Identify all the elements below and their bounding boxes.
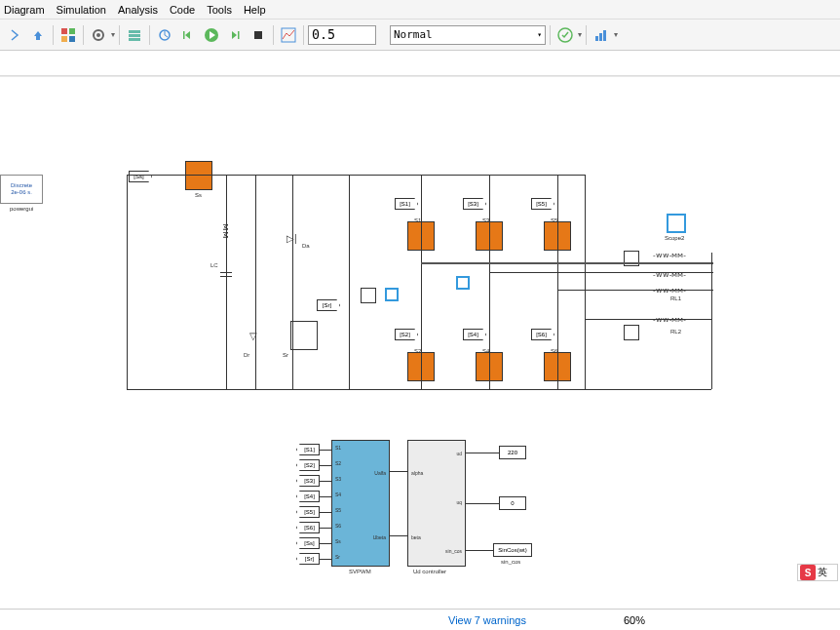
library-browser-button[interactable] xyxy=(57,24,79,46)
goto-s5-tag[interactable]: [S5] xyxy=(296,506,320,518)
ud-controller-block[interactable]: alpha beta ud uq sin_cos xyxy=(407,440,466,567)
goto-s6-tag[interactable]: [S6] xyxy=(296,522,320,533)
menu-tools[interactable]: Tools xyxy=(207,4,232,16)
rl2-label: RL2 xyxy=(670,329,681,335)
from-s3-tag[interactable]: [S3] xyxy=(463,198,486,210)
svg-rect-0 xyxy=(61,28,67,34)
goto-s3-tag[interactable]: [S3] xyxy=(296,475,320,487)
im-scope-block[interactable] xyxy=(456,276,470,290)
from-s2-tag[interactable]: [S2] xyxy=(395,329,418,340)
powergui-label: powergui xyxy=(10,206,33,212)
uq-const-block[interactable]: 0 xyxy=(499,496,526,510)
step-back-button[interactable] xyxy=(177,24,199,46)
status-bar: View 7 warnings 60% xyxy=(0,609,840,630)
lc-label: LC xyxy=(210,262,218,268)
fast-restart-button[interactable] xyxy=(154,24,175,46)
from-ss-tag[interactable]: [Ss] xyxy=(129,171,152,182)
igbt-ss-block[interactable] xyxy=(185,161,212,190)
svg-rect-18 xyxy=(603,30,606,41)
sogou-icon: S xyxy=(800,565,816,580)
svg-rect-12 xyxy=(238,31,240,39)
menu-simulation[interactable]: Simulation xyxy=(57,4,106,16)
svg-rect-17 xyxy=(599,33,602,41)
svg-rect-6 xyxy=(129,30,140,33)
build-button[interactable] xyxy=(591,24,612,46)
svpwm-label: SVPWM xyxy=(349,569,371,574)
vm-scope-block[interactable] xyxy=(385,288,399,301)
rl1-label: RL1 xyxy=(670,295,681,301)
menu-diagram[interactable]: Diagram xyxy=(4,4,45,16)
update-diagram-button[interactable] xyxy=(554,24,576,46)
model-config-button[interactable] xyxy=(88,24,109,46)
nav-up-button[interactable] xyxy=(27,24,49,46)
menu-bar: Diagram Simulation Analysis Code Tools H… xyxy=(0,0,840,20)
menu-help[interactable]: Help xyxy=(244,4,266,16)
menu-code[interactable]: Code xyxy=(170,4,195,16)
inductor-symbol: ᴍᴍ xyxy=(221,223,232,239)
sr-label: Sr xyxy=(283,352,288,358)
ime-indicator[interactable]: S 英 xyxy=(797,564,838,581)
model-canvas[interactable]: Discrete 2e-06 s. powergui [Ss] Ss [S1] … xyxy=(0,76,840,609)
igbt-sr-block[interactable] xyxy=(290,321,318,350)
svg-rect-13 xyxy=(254,31,262,39)
svg-rect-10 xyxy=(183,31,185,39)
ud-const-block[interactable]: 220 xyxy=(499,446,526,459)
scope2-block[interactable] xyxy=(667,214,686,233)
menu-analysis[interactable]: Analysis xyxy=(118,4,158,16)
from-s1-tag[interactable]: [S1] xyxy=(395,198,418,210)
from-s5-tag[interactable]: [S5] xyxy=(531,198,554,210)
svg-rect-16 xyxy=(595,36,598,41)
run-button[interactable] xyxy=(201,24,222,46)
from-s4-tag[interactable]: [S4] xyxy=(463,329,486,340)
sincoswt-block[interactable]: SinCos(wt) xyxy=(493,543,532,557)
stop-time-input[interactable] xyxy=(308,25,376,45)
zoom-level: 60% xyxy=(624,614,645,626)
goto-s2-tag[interactable]: [S2] xyxy=(296,459,320,471)
goto-ss-tag[interactable]: [Ss] xyxy=(296,537,320,549)
stop-button[interactable] xyxy=(248,24,269,46)
goto-s4-tag[interactable]: [S4] xyxy=(296,491,320,502)
voltage-meas-block[interactable] xyxy=(361,288,376,303)
svg-rect-1 xyxy=(69,28,75,34)
goto-sr-tag[interactable]: [Sr] xyxy=(296,553,320,565)
model-explorer-button[interactable] xyxy=(124,24,145,46)
powergui-block[interactable]: Discrete 2e-06 s. xyxy=(0,175,43,204)
step-forward-button[interactable] xyxy=(224,24,246,46)
breadcrumb-bar xyxy=(0,51,840,76)
diagnostics-link[interactable]: View 7 warnings xyxy=(448,614,526,626)
svg-rect-8 xyxy=(129,38,140,41)
data-inspector-button[interactable] xyxy=(278,24,299,46)
ss-label: Ss xyxy=(195,192,202,198)
svg-rect-7 xyxy=(129,34,140,37)
toolbar: ▾ Normal▾ ▾ ▾ xyxy=(0,20,840,51)
svg-point-5 xyxy=(96,33,100,37)
simulation-mode-select[interactable]: Normal▾ xyxy=(390,25,546,45)
udctrl-label: Ud controller xyxy=(413,569,446,574)
current-meas2-block[interactable] xyxy=(624,325,639,340)
diode-da-symbol: ▷| xyxy=(286,233,297,244)
svg-rect-2 xyxy=(61,36,67,42)
svpwm-block[interactable]: S1 S2 S3 S4 S5 S6 Ss Sr Ualfa Ubeta xyxy=(331,440,390,567)
from-s6-tag[interactable]: [S6] xyxy=(531,329,554,340)
da-label: Da xyxy=(302,243,310,249)
scope2-label: Scope2 xyxy=(665,235,684,241)
dr-label: Dr xyxy=(244,352,249,358)
svg-rect-3 xyxy=(69,36,75,42)
goto-s1-tag[interactable]: [S1] xyxy=(296,444,320,455)
nav-forward-button[interactable] xyxy=(4,24,25,46)
sincos-label: sin_cos xyxy=(501,559,520,565)
rl-symbol-0: -ᴡᴡ-ᴍᴍ- xyxy=(653,251,686,259)
diode-dr-symbol: ▽ xyxy=(249,331,257,341)
from-sr-tag[interactable]: [Sr] xyxy=(317,299,340,311)
